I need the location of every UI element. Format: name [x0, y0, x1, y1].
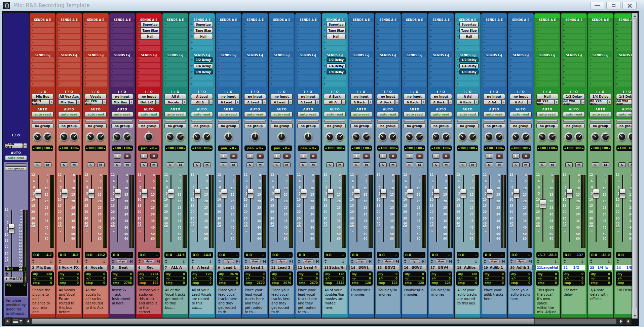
send-slot[interactable]	[297, 75, 319, 80]
send-slot[interactable]	[297, 40, 319, 45]
automation-mode-selector[interactable]: auto read	[271, 112, 293, 117]
group-selector[interactable]: no group	[563, 123, 585, 128]
send-slot[interactable]	[377, 75, 399, 80]
automation-mode-selector[interactable]: auto read	[324, 112, 346, 117]
output-selector[interactable]: A Lead	[218, 100, 235, 105]
send-slot[interactable]	[31, 69, 54, 74]
voice-selector-dyn[interactable]: dyn	[250, 259, 261, 263]
track-name[interactable]: 21LargeHal	[535, 265, 559, 270]
record-enable-button[interactable]	[443, 154, 450, 159]
send-slot[interactable]	[217, 75, 240, 80]
solo-button[interactable]: S	[193, 162, 201, 167]
send-slot[interactable]	[164, 28, 187, 33]
track-name[interactable]: 9Lead 1	[217, 265, 240, 270]
send-slot[interactable]	[191, 75, 213, 80]
send-slot[interactable]	[270, 57, 293, 62]
send-slot[interactable]	[324, 40, 346, 45]
send-slot[interactable]	[616, 57, 632, 62]
track-name[interactable]: 17BGV4	[429, 265, 453, 270]
track-name[interactable]: 16BGV3	[403, 265, 426, 270]
fader-track[interactable]	[224, 175, 225, 242]
mute-button[interactable]: M	[549, 162, 556, 167]
send-button[interactable]: 1/2 Delay	[459, 57, 479, 62]
send-slot[interactable]	[563, 22, 585, 27]
track-comment[interactable]: All Vocals and Vocal Fx are routed to th…	[58, 287, 81, 314]
send-slot[interactable]: Hall	[191, 34, 213, 39]
input-selector[interactable]: 1/4 Delay	[590, 94, 611, 99]
stepper-arrows[interactable]	[191, 259, 194, 263]
send-slot[interactable]	[350, 40, 373, 45]
send-slot[interactable]	[58, 69, 80, 74]
fader-thumb[interactable]	[301, 189, 307, 198]
record-enable-button[interactable]	[257, 154, 264, 159]
voice-selector-dyn[interactable]: dyn	[303, 259, 314, 263]
send-slot[interactable]	[84, 34, 107, 39]
group-selector[interactable]: no group	[138, 123, 160, 128]
send-button[interactable]: 1/8 Delay	[194, 69, 213, 74]
automation-mode-selector[interactable]: auto read	[297, 112, 319, 117]
fader-track[interactable]	[569, 175, 570, 242]
send-slot[interactable]	[403, 46, 426, 51]
send-slot[interactable]	[270, 40, 293, 45]
send-slot[interactable]	[403, 69, 426, 74]
send-slot[interactable]	[164, 22, 187, 27]
pan-knob-left[interactable]	[60, 132, 69, 141]
send-slot[interactable]	[138, 57, 160, 62]
record-enable-button[interactable]	[310, 154, 317, 159]
input-monitor-button[interactable]	[140, 154, 148, 159]
record-enable-button[interactable]	[363, 154, 370, 159]
solo-button[interactable]: S	[34, 162, 41, 167]
output-selector[interactable]: A Lead	[244, 100, 262, 105]
track-comment[interactable]: Place your lead vocal tracks here and th…	[217, 287, 240, 314]
fader-track[interactable]	[11, 210, 12, 277]
automation-mode-selector[interactable]: auto read	[58, 112, 80, 117]
output-window-button[interactable]: +	[76, 100, 80, 105]
mute-button[interactable]: M	[389, 162, 397, 167]
pan-display[interactable]: ◂100|100▸	[191, 145, 213, 151]
stepper-arrows[interactable]	[112, 259, 114, 263]
output-window-button[interactable]: +	[555, 100, 558, 105]
send-slot[interactable]	[58, 22, 80, 27]
fader-thumb[interactable]	[513, 189, 520, 198]
track-comment[interactable]: Place your lead vocal tracks here and th…	[270, 287, 293, 314]
group-selector[interactable]: no group	[483, 123, 505, 128]
record-enable-button[interactable]	[389, 154, 397, 159]
send-slot[interactable]	[563, 63, 585, 68]
send-slot[interactable]	[244, 75, 266, 80]
group-selector[interactable]: no group	[111, 123, 133, 128]
volume-display[interactable]: 0.0∞	[457, 252, 479, 258]
send-slot[interactable]	[509, 22, 532, 27]
output-window-button[interactable]: +	[501, 100, 505, 105]
send-slot[interactable]	[430, 40, 452, 45]
track-comment[interactable]: Place your adlib tracks here.	[483, 287, 506, 314]
send-button[interactable]: Hall	[141, 34, 160, 39]
solo-button[interactable]: S	[114, 162, 121, 167]
pan-knob-right[interactable]	[574, 132, 583, 141]
send-slot[interactable]	[164, 40, 187, 45]
send-slot[interactable]	[324, 46, 346, 51]
track-comment[interactable]: Insert 2-Track Instrumental here.	[111, 287, 134, 314]
input-monitor-button[interactable]	[432, 154, 440, 159]
output-window-button[interactable]: +	[422, 100, 425, 105]
pan-display[interactable]: ◂100|100▸	[484, 145, 505, 151]
stepper-arrows[interactable]	[616, 259, 619, 263]
send-slot[interactable]	[483, 46, 505, 51]
send-slot[interactable]	[111, 81, 134, 87]
fader-track[interactable]	[463, 175, 464, 242]
group-selector[interactable]: no group	[5, 166, 27, 170]
input-selector[interactable]: Hall	[536, 94, 558, 99]
output-selector[interactable]: All Vox Aux	[616, 100, 632, 105]
output-selector[interactable]: A Back	[430, 100, 448, 105]
send-slot[interactable]	[563, 57, 585, 62]
send-slot[interactable]	[217, 40, 240, 45]
automation-mode-selector[interactable]: auto read	[404, 112, 425, 117]
send-slot[interactable]	[84, 81, 107, 87]
solo-button[interactable]: S	[486, 162, 493, 167]
send-slot[interactable]	[509, 63, 532, 68]
track-comment[interactable]: This gives the vocal it's own space with…	[536, 287, 559, 314]
input-selector[interactable]: no input	[483, 94, 505, 99]
send-slot[interactable]	[31, 40, 54, 45]
send-button[interactable]: Tape Slap	[459, 28, 479, 33]
send-slot[interactable]	[58, 81, 80, 87]
send-slot[interactable]	[616, 28, 632, 33]
